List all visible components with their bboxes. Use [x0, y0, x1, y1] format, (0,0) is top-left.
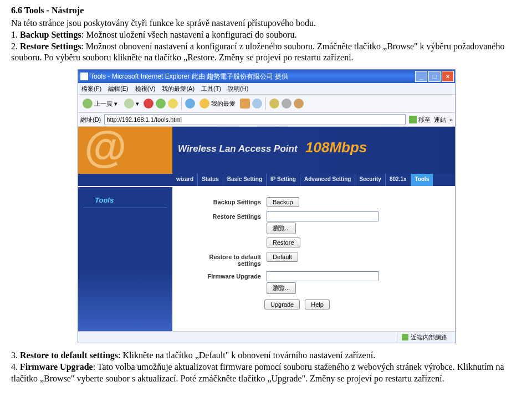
- window-controls: _ □ ×: [415, 71, 454, 82]
- browse-button-firmware[interactable]: 瀏覽...: [267, 282, 296, 294]
- page-body: @ Wireless Lan Access Point 108Mbps wiza…: [78, 127, 455, 331]
- tab-advanced[interactable]: Advanced Setting: [300, 174, 355, 186]
- browser-window: Tools - Microsoft Internet Explorer 此由 趨…: [78, 69, 456, 343]
- address-label: 網址(D): [80, 116, 101, 124]
- minimize-button[interactable]: _: [415, 71, 427, 82]
- restore-file-input[interactable]: [267, 211, 378, 221]
- browse-button-restore[interactable]: 瀏覽...: [267, 223, 296, 234]
- stop-icon[interactable]: [144, 99, 154, 109]
- post-text: 3. Restore to default settings: Klikněte…: [11, 350, 521, 384]
- sidebar: Tools: [78, 187, 172, 331]
- tab-basic[interactable]: Basic Setting: [223, 174, 266, 186]
- sidebar-item-tools[interactable]: Tools: [78, 187, 172, 208]
- url-input[interactable]: http://192.168.1.1/tools.html: [104, 114, 406, 125]
- mail-icon[interactable]: [269, 99, 279, 109]
- tab-wizard[interactable]: wizard: [172, 174, 197, 186]
- menu-edit[interactable]: 編輯(E): [108, 85, 129, 93]
- maximize-button[interactable]: □: [428, 71, 441, 82]
- nav-tabs: wizard Status Basic Setting IP Setting A…: [78, 174, 455, 186]
- content-area: Tools Backup Settings Backup Restore Set…: [78, 187, 455, 331]
- label-restore: Restore Settings: [189, 211, 267, 220]
- forward-icon: [124, 99, 134, 109]
- restore-button[interactable]: Restore: [267, 238, 300, 247]
- print-icon[interactable]: [282, 99, 291, 109]
- upgrade-button[interactable]: Upgrade: [264, 300, 300, 309]
- status-zone: 近端內部網路: [397, 333, 452, 342]
- menu-bar: 檔案(F) 編輯(E) 檢視(V) 我的最愛(A) 工具(T) 說明(H): [78, 83, 455, 95]
- title-bar: Tools - Microsoft Internet Explorer 此由 趨…: [78, 70, 455, 83]
- tab-security[interactable]: Security: [355, 174, 385, 186]
- menu-view[interactable]: 檢視(V): [135, 85, 156, 93]
- label-backup: Backup Settings: [189, 197, 267, 205]
- page-banner: @ Wireless Lan Access Point 108Mbps: [78, 127, 455, 174]
- mbps-badge: 108Mbps: [305, 139, 367, 156]
- back-button[interactable]: 上一頁 ▾: [80, 97, 120, 110]
- tab-ip[interactable]: IP Setting: [266, 174, 300, 186]
- form-panel: Backup Settings Backup Restore Settings …: [172, 187, 455, 331]
- default-button[interactable]: Default: [267, 252, 298, 262]
- label-firmware: Firmware Upgrade: [189, 271, 267, 280]
- menu-favorites[interactable]: 我的最愛(A): [162, 85, 195, 93]
- tab-tools[interactable]: Tools: [411, 174, 433, 186]
- forward-button[interactable]: ▾: [122, 97, 141, 110]
- zone-icon: [402, 334, 408, 340]
- history-icon[interactable]: [252, 99, 262, 109]
- menu-help[interactable]: 說明(H): [228, 85, 248, 93]
- at-graphic: @: [84, 127, 126, 173]
- tab-status[interactable]: Status: [197, 174, 223, 186]
- brand-text: Wireless Lan Access Point: [178, 143, 298, 154]
- refresh-icon[interactable]: [156, 99, 166, 109]
- help-button[interactable]: Help: [305, 300, 330, 309]
- tab-8021x[interactable]: 802.1x: [385, 174, 411, 186]
- go-icon: [409, 116, 417, 123]
- links-label[interactable]: 連結: [434, 116, 446, 124]
- backup-button[interactable]: Backup: [267, 197, 299, 207]
- status-bar: 近端內部網路: [78, 331, 455, 343]
- section-heading: 6.6 Tools - Nástroje: [11, 6, 521, 16]
- ie-icon: [80, 73, 88, 80]
- search-icon[interactable]: [185, 99, 195, 109]
- home-icon[interactable]: [168, 99, 178, 109]
- media-icon[interactable]: [240, 99, 250, 109]
- edit-icon[interactable]: [294, 99, 304, 109]
- go-button[interactable]: 移至: [409, 116, 431, 124]
- favorites-button[interactable]: 我的最愛: [197, 97, 238, 110]
- address-bar: 網址(D) http://192.168.1.1/tools.html 移至 連…: [78, 113, 455, 127]
- menu-tools[interactable]: 工具(T): [201, 85, 221, 93]
- back-icon: [83, 99, 93, 109]
- star-icon: [200, 99, 209, 109]
- window-title: Tools - Microsoft Internet Explorer 此由 趨…: [90, 72, 415, 81]
- label-default: Restore to default settings: [189, 252, 267, 267]
- close-button[interactable]: ×: [442, 71, 454, 82]
- menu-file[interactable]: 檔案(F): [81, 85, 101, 93]
- toolbar: 上一頁 ▾ ▾ 我的最愛: [78, 95, 455, 113]
- firmware-file-input[interactable]: [267, 271, 378, 281]
- intro-text: Na této stránce jsou poskytovány čtyři f…: [11, 18, 521, 64]
